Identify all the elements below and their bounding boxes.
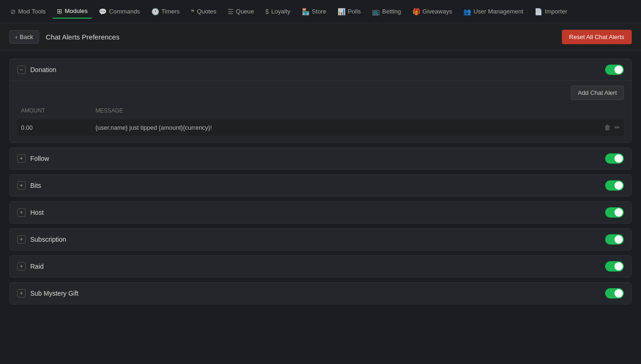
raid-toggle[interactable] xyxy=(605,261,624,271)
follow-toggle-track xyxy=(605,153,624,164)
loyalty-icon: $ xyxy=(265,8,269,15)
host-expand-icon[interactable]: + xyxy=(17,208,26,217)
subscription-section-label: Subscription xyxy=(30,236,601,243)
timers-icon: 🕐 xyxy=(151,8,159,15)
donation-section-header[interactable]: − Donation xyxy=(10,59,631,80)
main-content: − Donation Add Chat Alert Amount Message… xyxy=(0,51,641,312)
giveaways-icon: 🎁 xyxy=(412,8,420,15)
bits-toggle[interactable] xyxy=(605,180,624,191)
sub-mystery-gift-toggle-track xyxy=(605,288,624,298)
subscription-section-header[interactable]: + Subscription xyxy=(10,229,631,250)
raid-section-label: Raid xyxy=(30,263,601,270)
nav-store[interactable]: 🏪 Store xyxy=(297,5,331,18)
follow-section-label: Follow xyxy=(30,155,601,162)
table-row: 0.00 {user.name} just tipped {amount}{cu… xyxy=(17,119,624,136)
raid-toggle-track xyxy=(605,261,624,271)
host-toggle[interactable] xyxy=(605,207,624,218)
host-section: + Host xyxy=(9,201,632,224)
subscription-toggle[interactable] xyxy=(605,234,624,245)
follow-expand-icon[interactable]: + xyxy=(17,154,26,163)
subscription-toggle-track xyxy=(605,234,624,245)
nav-queue[interactable]: ☰ Queue xyxy=(223,5,259,18)
col-amount-header: Amount xyxy=(21,107,95,114)
donation-toggle-track xyxy=(605,65,624,75)
follow-section-header[interactable]: + Follow xyxy=(10,148,631,169)
user-management-icon: 👥 xyxy=(463,8,471,15)
importer-icon: 📄 xyxy=(534,8,542,15)
commands-icon: 💬 xyxy=(99,8,107,15)
donation-section-label: Donation xyxy=(30,66,601,73)
donation-section: − Donation Add Chat Alert Amount Message… xyxy=(9,59,632,143)
add-alert-row: Add Chat Alert xyxy=(17,81,624,105)
reset-all-button[interactable]: Reset All Chat Alerts xyxy=(562,30,632,44)
mod-tools-icon: ⊘ xyxy=(10,8,16,15)
sub-mystery-gift-section: + Sub Mystery Gift xyxy=(9,282,632,304)
nav-commands[interactable]: 💬 Commands xyxy=(94,5,144,18)
betting-icon: 📺 xyxy=(372,8,380,15)
sub-mystery-gift-expand-icon[interactable]: + xyxy=(17,289,26,298)
back-button[interactable]: ‹ Back xyxy=(9,30,39,44)
raid-expand-icon[interactable]: + xyxy=(17,262,26,271)
raid-section: + Raid xyxy=(9,255,632,278)
host-section-header[interactable]: + Host xyxy=(10,202,631,223)
nav-betting[interactable]: 📺 Betting xyxy=(367,5,405,18)
nav-quotes[interactable]: ❝ Quotes xyxy=(186,5,221,18)
nav-loyalty[interactable]: $ Loyalty xyxy=(261,5,295,18)
subscription-section: + Subscription xyxy=(9,228,632,251)
alert-amount: 0.00 xyxy=(21,124,95,131)
nav-polls[interactable]: 📊 Polls xyxy=(333,5,365,18)
sub-mystery-gift-section-header[interactable]: + Sub Mystery Gift xyxy=(10,283,631,304)
nav-modules[interactable]: ⊞ Modules xyxy=(52,5,92,19)
raid-section-header[interactable]: + Raid xyxy=(10,256,631,277)
nav-timers[interactable]: 🕐 Timers xyxy=(147,5,184,18)
alert-message: {user.name} just tipped {amount}{currenc… xyxy=(95,124,592,131)
bits-section-header[interactable]: + Bits xyxy=(10,175,631,196)
nav-importer[interactable]: 📄 Importer xyxy=(530,5,572,18)
follow-toggle[interactable] xyxy=(605,153,624,164)
page-title: Chat Alerts Preferences xyxy=(46,33,555,41)
delete-icon[interactable]: 🗑 xyxy=(604,124,611,131)
bits-section: + Bits xyxy=(9,174,632,197)
donation-section-body: Add Chat Alert Amount Message 0.00 {user… xyxy=(10,80,631,142)
back-arrow-icon: ‹ xyxy=(15,33,17,40)
nav-giveaways[interactable]: 🎁 Giveaways xyxy=(408,5,457,18)
header-bar: ‹ Back Chat Alerts Preferences Reset All… xyxy=(0,23,641,51)
table-row-actions: 🗑 ✏ xyxy=(592,124,620,131)
edit-icon[interactable]: ✏ xyxy=(614,124,620,131)
table-header: Amount Message xyxy=(17,105,624,117)
bits-section-label: Bits xyxy=(30,182,601,189)
quotes-icon: ❝ xyxy=(191,8,195,15)
nav-mod-tools[interactable]: ⊘ Mod Tools xyxy=(6,5,50,18)
polls-icon: 📊 xyxy=(337,8,345,15)
host-toggle-track xyxy=(605,207,624,218)
nav-user-management[interactable]: 👥 User Management xyxy=(459,5,528,18)
modules-icon: ⊞ xyxy=(57,7,62,15)
follow-section: + Follow xyxy=(9,147,632,170)
bits-toggle-track xyxy=(605,180,624,191)
sub-mystery-gift-toggle[interactable] xyxy=(605,288,624,298)
donation-toggle[interactable] xyxy=(605,65,624,75)
main-nav: ⊘ Mod Tools ⊞ Modules 💬 Commands 🕐 Timer… xyxy=(0,0,641,23)
host-section-label: Host xyxy=(30,209,601,216)
bits-expand-icon[interactable]: + xyxy=(17,181,26,190)
subscription-expand-icon[interactable]: + xyxy=(17,235,26,244)
donation-collapse-icon[interactable]: − xyxy=(17,66,26,74)
col-message-header: Message xyxy=(95,107,592,114)
store-icon: 🏪 xyxy=(302,8,310,15)
sub-mystery-gift-section-label: Sub Mystery Gift xyxy=(30,290,601,297)
add-chat-alert-button[interactable]: Add Chat Alert xyxy=(571,86,624,100)
queue-icon: ☰ xyxy=(228,8,234,15)
